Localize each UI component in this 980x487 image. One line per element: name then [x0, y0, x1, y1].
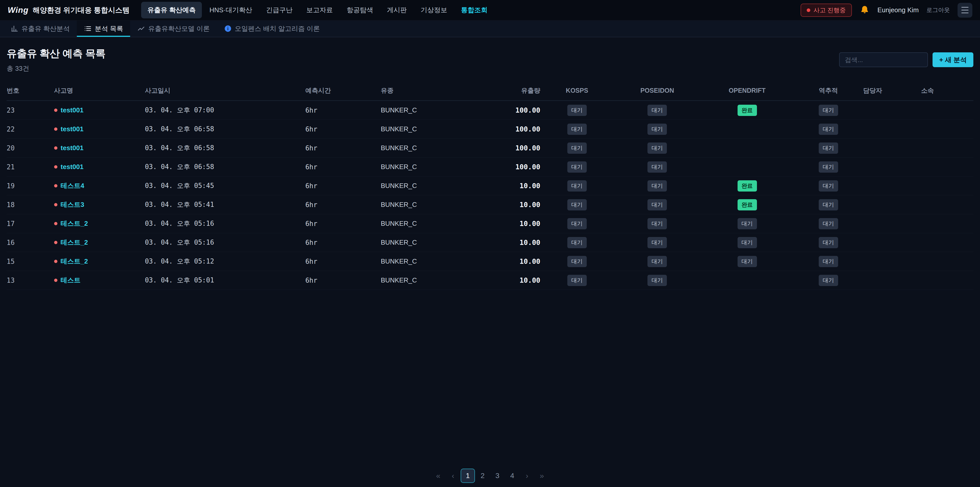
incident-link[interactable]: 테스트_2: [61, 219, 88, 228]
notification-bell-icon[interactable]: [859, 5, 870, 15]
status-cell-backtrack: 대기: [794, 105, 863, 116]
incident-in-progress-badge[interactable]: 사고 진행중: [800, 3, 852, 17]
table-row[interactable]: 16 테스트_2 03. 04. 오후 05:16 6hr BUNKER_C 1…: [6, 233, 974, 252]
status-cell-poseidon: 대기: [614, 275, 701, 286]
incident-datetime: 03. 04. 오후 05:41: [145, 200, 305, 209]
tab-analysis-list[interactable]: 분석 목록: [77, 21, 130, 37]
pagination-first-button[interactable]: «: [431, 469, 445, 483]
status-badge-kosps: 대기: [567, 180, 587, 192]
nav-item-oil-spill-prediction[interactable]: 유출유 확산예측: [141, 2, 202, 18]
status-badge-backtrack: 대기: [819, 124, 838, 135]
table-row[interactable]: 22 test001 03. 04. 오후 06:58 6hr BUNKER_C…: [6, 120, 974, 139]
table-row[interactable]: 19 테스트4 03. 04. 오후 05:45 6hr BUNKER_C 10…: [6, 176, 974, 195]
tab-spill-analysis[interactable]: 유출유 확산분석: [3, 21, 77, 37]
tab-label: 유출유 확산분석: [21, 24, 70, 33]
pagination-last-button[interactable]: »: [535, 469, 549, 483]
pagination-prev-button[interactable]: ‹: [446, 469, 460, 483]
nav-item-integrated-search[interactable]: 통합조회: [455, 2, 493, 18]
incident-name-cell: test001: [54, 144, 145, 152]
oil-type: BUNKER_C: [381, 238, 476, 246]
status-cell-poseidon: 대기: [614, 124, 701, 135]
status-cell-kosps: 대기: [540, 218, 614, 229]
spill-amount: 10.00: [476, 220, 540, 228]
status-badge-kosps: 대기: [567, 237, 587, 248]
tab-spill-model-theory[interactable]: 유출유확산모델 이론: [130, 21, 217, 37]
new-analysis-button[interactable]: + 새 분석: [932, 52, 974, 67]
incident-link[interactable]: test001: [61, 163, 84, 171]
incident-link[interactable]: 테스트3: [61, 200, 84, 209]
incident-link[interactable]: 테스트_2: [61, 238, 88, 247]
incident-name-cell: test001: [54, 163, 145, 171]
incident-link[interactable]: 테스트_2: [61, 257, 88, 266]
logout-button[interactable]: 로그아웃: [926, 6, 950, 14]
table-row[interactable]: 13 테스트 03. 04. 오후 05:01 6hr BUNKER_C 10.…: [6, 271, 974, 290]
nav-item-reports[interactable]: 보고자료: [300, 2, 339, 18]
status-badge-poseidon: 대기: [648, 124, 667, 135]
search-input[interactable]: [839, 52, 928, 67]
col-header-org: 소속: [921, 86, 974, 95]
status-badge-backtrack: 대기: [819, 275, 838, 286]
spill-amount: 100.00: [476, 125, 540, 133]
pagination-page-button[interactable]: 1: [461, 469, 475, 483]
row-number: 21: [6, 163, 54, 171]
status-badge-opendrift: 완료: [738, 180, 757, 192]
nav-item-aerial-search[interactable]: 항공탐색: [340, 2, 379, 18]
incident-link[interactable]: test001: [61, 106, 84, 114]
nav-item-board[interactable]: 게시판: [381, 2, 413, 18]
forecast-duration: 6hr: [305, 258, 380, 265]
table-row[interactable]: 23 test001 03. 04. 오후 07:00 6hr BUNKER_C…: [6, 101, 974, 120]
spill-amount: 10.00: [476, 182, 540, 190]
incident-status-dot-icon: [54, 184, 57, 187]
col-header-incident-name: 사고명: [54, 86, 145, 95]
status-cell-poseidon: 대기: [614, 237, 701, 248]
status-cell-poseidon: 대기: [614, 256, 701, 267]
tab-oil-fence-algorithm-theory[interactable]: 오일펜스 배치 알고리즘 이론: [217, 21, 327, 37]
table-row[interactable]: 15 테스트_2 03. 04. 오후 05:12 6hr BUNKER_C 1…: [6, 252, 974, 271]
nav-item-weather[interactable]: 기상정보: [414, 2, 453, 18]
hamburger-menu-icon[interactable]: [958, 3, 972, 18]
status-badge-kosps: 대기: [567, 256, 587, 267]
prediction-table: 번호 사고명 사고일시 예측시간 유종 유출량 KOSPS POSEIDON O…: [6, 84, 974, 290]
status-cell-kosps: 대기: [540, 275, 614, 286]
page-header: 유출유 확산 예측 목록 총 33건 + 새 분석: [6, 37, 974, 73]
pagination-next-button[interactable]: ›: [520, 469, 534, 483]
tab-label: 유출유확산모델 이론: [148, 24, 210, 33]
table-row[interactable]: 21 test001 03. 04. 오후 06:58 6hr BUNKER_C…: [6, 158, 974, 176]
pagination-page-button[interactable]: 2: [476, 469, 490, 483]
incident-name-cell: 테스트3: [54, 200, 145, 209]
table-row[interactable]: 20 test001 03. 04. 오후 06:58 6hr BUNKER_C…: [6, 139, 974, 158]
spill-amount: 10.00: [476, 276, 540, 284]
status-cell-backtrack: 대기: [794, 237, 863, 248]
status-badge-kosps: 대기: [567, 199, 587, 211]
info-icon: [224, 25, 232, 32]
nav-item-emergency-rescue[interactable]: 긴급구난: [260, 2, 299, 18]
pagination-page-button[interactable]: 3: [490, 469, 504, 483]
col-header-opendrift: OPENDRIFT: [701, 87, 794, 94]
incident-link[interactable]: 테스트4: [61, 181, 84, 190]
incident-link[interactable]: test001: [61, 144, 84, 152]
row-number: 19: [6, 182, 54, 190]
status-cell-backtrack: 대기: [794, 124, 863, 135]
status-cell-poseidon: 대기: [614, 105, 701, 116]
incident-name-cell: test001: [54, 125, 145, 133]
incident-datetime: 03. 04. 오후 05:16: [145, 219, 305, 228]
status-badge-kosps: 대기: [567, 124, 587, 135]
status-badge-kosps: 대기: [567, 161, 587, 172]
oil-type: BUNKER_C: [381, 220, 476, 228]
status-badge-poseidon: 대기: [648, 275, 667, 286]
trend-line-icon: [137, 25, 145, 32]
forecast-duration: 6hr: [305, 144, 380, 152]
table-row[interactable]: 18 테스트3 03. 04. 오후 05:41 6hr BUNKER_C 10…: [6, 195, 974, 214]
status-cell-poseidon: 대기: [614, 199, 701, 211]
brand[interactable]: Wing 해양환경 위기대응 통합시스템: [8, 5, 129, 15]
status-cell-backtrack: 대기: [794, 256, 863, 267]
row-number: 18: [6, 201, 54, 209]
spill-amount: 10.00: [476, 257, 540, 265]
pagination-page-button[interactable]: 4: [505, 469, 519, 483]
table-row[interactable]: 17 테스트_2 03. 04. 오후 05:16 6hr BUNKER_C 1…: [6, 214, 974, 233]
nav-item-hns-diffusion[interactable]: HNS·대기확산: [204, 2, 259, 18]
incident-link[interactable]: 테스트: [61, 276, 81, 285]
status-cell-kosps: 대기: [540, 256, 614, 267]
incident-link[interactable]: test001: [61, 125, 84, 133]
status-badge-poseidon: 대기: [648, 161, 667, 172]
